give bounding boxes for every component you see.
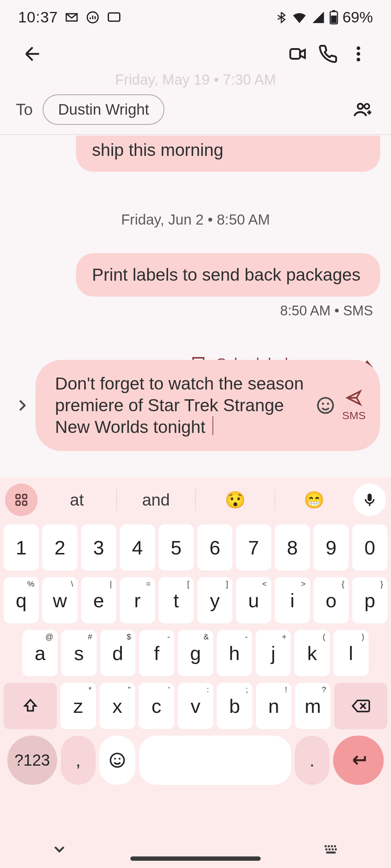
key-q[interactable]: q% — [4, 577, 39, 624]
status-bar: 10:37 69% — [0, 0, 391, 34]
suggestion-emoji[interactable]: 😯 — [198, 490, 272, 510]
key-b[interactable]: b; — [217, 683, 252, 729]
message-text: ship this morning — [92, 140, 223, 159]
data-usage-icon — [85, 10, 100, 25]
suggestion[interactable]: at — [40, 490, 114, 510]
key-z[interactable]: z* — [60, 683, 96, 729]
keyboard-switcher-button[interactable] — [321, 840, 340, 860]
key-s[interactable]: s# — [61, 630, 96, 676]
key-shift[interactable] — [4, 683, 57, 729]
key-0[interactable]: 0 — [352, 524, 387, 571]
suggestion-row: at and 😯 😁 — [0, 482, 391, 518]
svg-rect-1 — [108, 13, 120, 21]
key-backspace[interactable] — [334, 683, 387, 729]
recipient-chip[interactable]: Dustin Wright — [43, 94, 164, 125]
svg-rect-5 — [290, 49, 300, 59]
key-a[interactable]: a@ — [22, 630, 58, 676]
svg-rect-26 — [334, 845, 336, 847]
key-3[interactable]: 3 — [81, 524, 116, 571]
key-c[interactable]: c' — [139, 683, 174, 729]
emoji-button[interactable] — [315, 395, 336, 416]
signal-icon — [311, 10, 325, 24]
status-clock: 10:37 — [18, 9, 58, 26]
key-h[interactable]: h- — [217, 630, 252, 676]
key-t[interactable]: t[ — [159, 577, 194, 624]
key-l[interactable]: l) — [333, 630, 369, 676]
key-2[interactable]: 2 — [42, 524, 77, 571]
key-enter[interactable] — [333, 736, 384, 785]
key-m[interactable]: m? — [295, 683, 331, 729]
svg-point-7 — [357, 52, 360, 56]
key-space[interactable] — [139, 736, 291, 785]
key-o[interactable]: o{ — [314, 577, 349, 624]
wifi-icon — [292, 10, 307, 25]
key-i[interactable]: i> — [275, 577, 310, 624]
key-row-numbers: 1 2 3 4 5 6 7 8 9 0 — [4, 524, 387, 571]
key-x[interactable]: x" — [100, 683, 135, 729]
key-6[interactable]: 6 — [197, 524, 232, 571]
key-row-asdf: a@ s# d$ f- g& h- j+ k( l) — [4, 630, 387, 676]
key-y[interactable]: y] — [197, 577, 232, 624]
key-1[interactable]: 1 — [4, 524, 39, 571]
key-j[interactable]: j+ — [256, 630, 291, 676]
key-8[interactable]: 8 — [275, 524, 310, 571]
compose-input[interactable]: Don't forget to watch the season premier… — [35, 360, 380, 451]
key-5[interactable]: 5 — [159, 524, 194, 571]
key-u[interactable]: u< — [236, 577, 271, 624]
gmail-icon — [64, 10, 79, 25]
svg-rect-24 — [328, 845, 329, 847]
key-comma[interactable]: , — [61, 736, 96, 785]
key-n[interactable]: n! — [256, 683, 291, 729]
message-bubble[interactable]: ship this morning — [76, 136, 380, 172]
suggestion[interactable]: and — [119, 490, 193, 510]
key-e[interactable]: e| — [81, 577, 116, 624]
message-text: Print labels to send back packages — [92, 265, 361, 284]
more-options-button[interactable] — [343, 39, 374, 69]
key-r[interactable]: r= — [120, 577, 155, 624]
hide-keyboard-button[interactable] — [51, 841, 68, 859]
svg-rect-23 — [325, 845, 327, 847]
svg-rect-16 — [23, 494, 27, 498]
compose-row: Don't forget to watch the season premier… — [0, 360, 391, 451]
key-g[interactable]: g& — [178, 630, 213, 676]
key-w[interactable]: w\ — [42, 577, 77, 624]
key-k[interactable]: k( — [294, 630, 329, 676]
key-row-zxcv: z* x" c' v: b; n! m? — [4, 683, 387, 729]
gesture-handle[interactable] — [130, 856, 261, 861]
app-bar — [0, 34, 391, 73]
svg-rect-15 — [16, 494, 20, 498]
back-button[interactable] — [17, 39, 48, 69]
key-period[interactable]: . — [295, 736, 329, 785]
suggestion-emoji[interactable]: 😁 — [277, 490, 352, 510]
svg-point-13 — [322, 403, 324, 405]
voice-input-button[interactable] — [353, 484, 386, 516]
date-separator: Friday, Jun 2 • 8:50 AM — [11, 212, 380, 228]
battery-percent: 69% — [342, 9, 373, 26]
key-9[interactable]: 9 — [314, 524, 349, 571]
svg-point-6 — [357, 46, 360, 50]
svg-rect-17 — [16, 501, 20, 505]
key-7[interactable]: 7 — [236, 524, 271, 571]
keyboard-toolbar-button[interactable] — [5, 484, 38, 516]
message-meta: 8:50 AM • SMS — [11, 303, 380, 319]
message-list[interactable]: ship this morning Friday, Jun 2 • 8:50 A… — [0, 136, 391, 373]
svg-point-22 — [119, 758, 121, 760]
key-v[interactable]: v: — [178, 683, 213, 729]
add-recipient-button[interactable] — [348, 94, 378, 125]
keyboard: at and 😯 😁 1 2 3 4 5 6 7 8 9 0 q% w\ e| … — [0, 477, 391, 868]
key-symbols[interactable]: ?123 — [7, 736, 57, 785]
video-call-button[interactable] — [282, 39, 313, 69]
key-emoji[interactable] — [99, 736, 135, 785]
phone-call-button[interactable] — [313, 39, 343, 69]
svg-point-20 — [110, 753, 124, 767]
key-f[interactable]: f- — [139, 630, 174, 676]
key-p[interactable]: p} — [352, 577, 387, 624]
svg-rect-28 — [329, 848, 331, 850]
key-4[interactable]: 4 — [120, 524, 155, 571]
navigation-bar — [0, 832, 391, 868]
expand-attachments-button[interactable] — [11, 391, 33, 420]
key-d[interactable]: d$ — [100, 630, 135, 676]
message-bubble[interactable]: Print labels to send back packages — [76, 253, 380, 297]
svg-rect-18 — [23, 501, 27, 505]
send-button[interactable] — [343, 389, 364, 408]
